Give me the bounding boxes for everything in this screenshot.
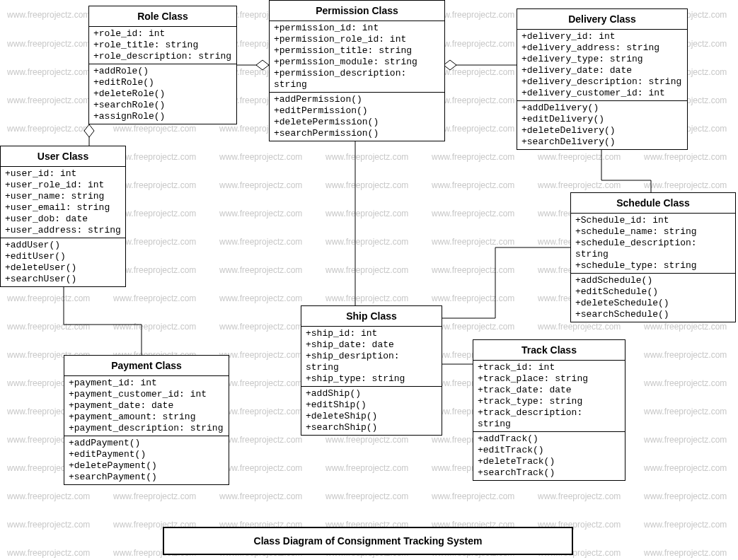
class-track: Track Class +track_id: int+track_place: … xyxy=(473,339,625,481)
class-title: Track Class xyxy=(473,340,625,361)
attrs: +Schedule_id: int+schedule_name: string+… xyxy=(571,214,735,273)
class-delivery: Delivery Class +delivery_id: int+deliver… xyxy=(517,8,688,150)
ops: +addDelivery()+editDelivery()+deleteDeli… xyxy=(517,100,687,149)
diagram-caption: Class Diagram of Consignment Tracking Sy… xyxy=(163,527,573,555)
class-title: Permission Class xyxy=(270,1,444,21)
ops: +addSchedule()+editSchedule()+deleteSche… xyxy=(571,273,735,322)
class-title: Schedule Class xyxy=(571,193,735,214)
class-schedule: Schedule Class +Schedule_id: int+schedul… xyxy=(570,192,736,322)
ops: +addTrack()+editTrack()+deleteTrack()+se… xyxy=(473,431,625,480)
ops: +addPermission()+editPermission()+delete… xyxy=(270,92,444,141)
attrs: +ship_id: int+ship_date: date+ship_desri… xyxy=(301,327,442,386)
class-title: Delivery Class xyxy=(517,9,687,30)
class-title: Payment Class xyxy=(64,356,229,376)
class-ship: Ship Class +ship_id: int+ship_date: date… xyxy=(301,305,442,436)
class-permission: Permission Class +permission_id: int+per… xyxy=(269,0,445,141)
attrs: +payment_id: int+payment_customer_id: in… xyxy=(64,376,229,436)
attrs: +delivery_id: int+delivery_address: stri… xyxy=(517,30,687,100)
ops: +addUser()+editUser()+deleteUser()+searc… xyxy=(1,238,125,286)
ops: +addPayment()+editPayment()+deletePaymen… xyxy=(64,436,229,484)
class-title: Role Class xyxy=(89,6,236,27)
class-role: Role Class +role_id: int+role_title: str… xyxy=(88,6,237,124)
svg-marker-1 xyxy=(84,124,94,137)
ops: +addShip()+editShip()+deleteShip()+searc… xyxy=(301,386,442,435)
ops: +addRole()+editRole()+deleteRole()+searc… xyxy=(89,64,236,124)
attrs: +permission_id: int+permission_role_id: … xyxy=(270,21,444,92)
class-payment: Payment Class +payment_id: int+payment_c… xyxy=(64,355,229,485)
attrs: +track_id: int+track_place: string+track… xyxy=(473,361,625,431)
class-title: Ship Class xyxy=(301,306,442,327)
svg-marker-5 xyxy=(444,60,456,70)
svg-marker-3 xyxy=(256,60,269,70)
class-title: User Class xyxy=(1,146,125,167)
class-user: User Class +user_id: int+user_role_id: i… xyxy=(0,146,126,287)
attrs: +user_id: int+user_role_id: int+user_nam… xyxy=(1,167,125,238)
attrs: +role_id: int+role_title: string+role_de… xyxy=(89,27,236,64)
